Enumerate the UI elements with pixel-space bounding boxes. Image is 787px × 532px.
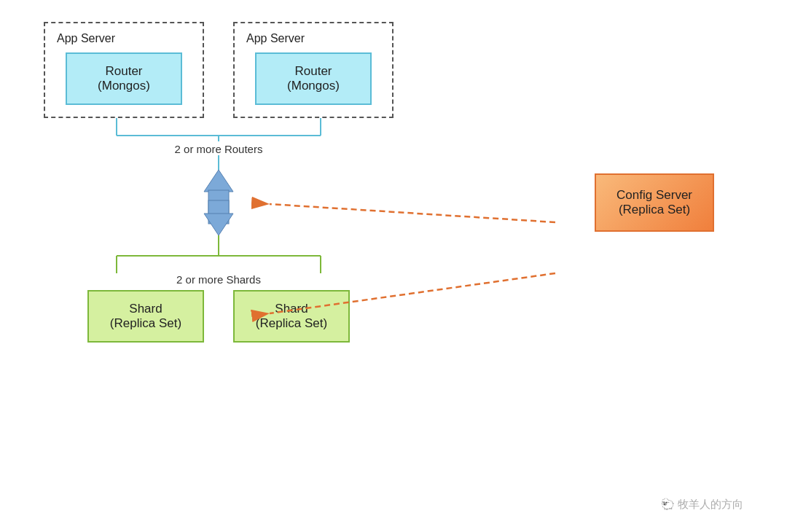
svg-marker-5	[204, 170, 233, 192]
left-side	[44, 155, 394, 250]
right-side: Config Server (Replica Set)	[595, 173, 714, 232]
router-1-line2: (Mongos)	[98, 79, 150, 93]
shards-row: Shard (Replica Set) Shard (Replica Set)	[87, 290, 350, 343]
config-server-line2: (Replica Set)	[619, 203, 690, 216]
shards-bracket-label: 2 or more Shards	[176, 273, 261, 286]
shard-2-line2: (Replica Set)	[256, 316, 327, 330]
shard-2-line1: Shard	[275, 302, 308, 316]
shards-section: 2 or more Shards Shard (Replica Set) Sha…	[44, 250, 394, 343]
watermark-text: 牧羊人的方向	[678, 498, 743, 510]
double-arrow	[189, 170, 248, 235]
svg-marker-8	[204, 214, 233, 235]
connector-bottom	[197, 235, 240, 250]
app-servers-row: App Server Router (Mongos) App Server Ro…	[44, 22, 394, 118]
app-server-2-label: App Server	[246, 32, 380, 45]
config-server-box: Config Server (Replica Set)	[595, 173, 714, 232]
shard-1-line2: (Replica Set)	[110, 316, 181, 330]
watermark-icon: 🐑	[661, 498, 678, 510]
routers-bracket-label: 2 or more Routers	[175, 143, 263, 155]
router-box-2: Router (Mongos)	[255, 52, 372, 105]
app-server-1-label: App Server	[57, 32, 191, 45]
config-server-line1: Config Server	[616, 188, 692, 202]
shard-box-2: Shard (Replica Set)	[233, 290, 350, 343]
watermark: 🐑 牧羊人的方向	[661, 498, 743, 512]
connector-top	[197, 155, 240, 170]
diagram-container: App Server Router (Mongos) App Server Ro…	[0, 0, 787, 532]
shard-box-1: Shard (Replica Set)	[87, 290, 204, 343]
router-2-line2: (Mongos)	[287, 79, 340, 93]
middle-row: Config Server (Replica Set)	[29, 155, 758, 250]
shard-1-line1: Shard	[129, 302, 162, 316]
routers-bracket-row: 2 or more Routers	[44, 118, 394, 155]
shards-bracket-top	[44, 250, 394, 273]
app-server-2: App Server Router (Mongos)	[233, 22, 394, 118]
router-2-line1: Router	[294, 64, 332, 78]
router-1-line1: Router	[105, 64, 142, 78]
router-box-1: Router (Mongos)	[66, 52, 182, 105]
routers-bracket-svg	[44, 118, 394, 141]
app-server-1: App Server Router (Mongos)	[44, 22, 204, 118]
